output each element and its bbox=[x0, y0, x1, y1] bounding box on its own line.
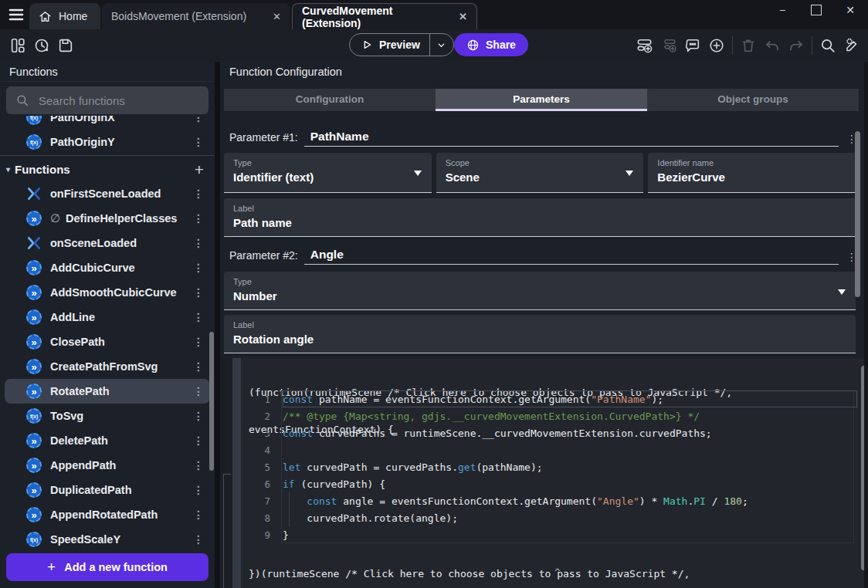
function-item-DefineHelperClasses[interactable]: »∅DefineHelperClasses⋮ bbox=[5, 206, 210, 231]
code-line-content[interactable]: curvedPath.rotate(angle); bbox=[283, 509, 857, 526]
function-item-CreatePathFromSvg[interactable]: »CreatePathFromSvg⋮ bbox=[5, 354, 210, 379]
preview-button[interactable]: Preview bbox=[349, 33, 454, 56]
function-item-menu-button[interactable]: ⋮ bbox=[193, 410, 204, 422]
param2-label-input[interactable]: Label Rotation angle bbox=[224, 315, 856, 353]
add-event-icon[interactable] bbox=[636, 37, 653, 54]
code-footer-line[interactable]: })(runtimeScene /* Click here to choose … bbox=[249, 568, 690, 580]
function-item-menu-button[interactable]: ⋮ bbox=[193, 533, 204, 546]
param2-type-select[interactable]: Type Number bbox=[224, 272, 856, 310]
code-line-content[interactable]: const curvedPaths = runtimeScene.__curve… bbox=[283, 424, 857, 441]
functions-section-header[interactable]: ▾ Functions + bbox=[0, 157, 215, 181]
magic-pencil-icon[interactable] bbox=[843, 37, 860, 54]
function-item-onSceneLoaded[interactable]: onSceneLoaded⋮ bbox=[5, 231, 210, 255]
param1-label-input[interactable]: Label Path name bbox=[224, 198, 856, 237]
event-drag-handle[interactable] bbox=[232, 358, 241, 588]
add-function-plus-icon[interactable]: + bbox=[195, 161, 204, 177]
function-item-menu-button[interactable]: ⋮ bbox=[193, 237, 204, 249]
function-item-menu-button[interactable]: ⋮ bbox=[193, 212, 204, 225]
tab-home[interactable]: Home bbox=[29, 3, 100, 29]
minimize-button[interactable]: − bbox=[777, 5, 788, 15]
code-line-9[interactable]: 9} bbox=[241, 526, 857, 543]
function-item-menu-button[interactable]: ⋮ bbox=[193, 116, 204, 123]
code-line-2[interactable]: 2/** @type {Map<string, gdjs.__curvedMov… bbox=[241, 407, 857, 424]
function-item-PathOriginY[interactable]: f(x)PathOriginY⋮ bbox=[5, 130, 210, 154]
code-line-5[interactable]: 5let curvedPath = curvedPaths.get(pathNa… bbox=[241, 458, 857, 475]
collapse-caret-icon[interactable]: ▾ bbox=[6, 165, 10, 174]
code-line-content[interactable]: /** @type {Map<string, gdjs.__curvedMove… bbox=[283, 407, 857, 424]
collapse-editor-caret[interactable]: ^ bbox=[554, 566, 561, 578]
function-item-SpeedScaleY[interactable]: f(x)SpeedScaleY⋮ bbox=[5, 527, 210, 549]
function-item-ToSvg[interactable]: f(x)ToSvg⋮ bbox=[5, 404, 210, 428]
tab-parameters[interactable]: Parameters bbox=[436, 89, 647, 111]
function-item-AddSmoothCubicCurve[interactable]: »AddSmoothCubicCurve⋮ bbox=[5, 280, 210, 305]
function-item-AppendRotatedPath[interactable]: »AppendRotatedPath⋮ bbox=[5, 502, 210, 527]
function-item-menu-button[interactable]: ⋮ bbox=[193, 385, 204, 397]
code-line-content[interactable]: let curvedPath = curvedPaths.get(pathNam… bbox=[283, 458, 857, 475]
tab-configuration[interactable]: Configuration bbox=[224, 89, 436, 111]
code-line-content[interactable]: const pathName = eventsFunctionContext.g… bbox=[283, 390, 857, 407]
function-item-menu-button[interactable]: ⋮ bbox=[193, 188, 204, 200]
close-tab-icon[interactable]: ✕ bbox=[273, 12, 281, 22]
search-functions-input[interactable] bbox=[37, 93, 199, 108]
close-tab-icon[interactable]: ✕ bbox=[459, 12, 467, 22]
add-comment-icon[interactable] bbox=[684, 37, 701, 54]
code-line-7[interactable]: 7 const angle = eventsFunctionContext.ge… bbox=[241, 492, 857, 509]
redo-icon[interactable] bbox=[788, 37, 805, 54]
function-item-menu-button[interactable]: ⋮ bbox=[193, 286, 204, 299]
function-item-menu-button[interactable]: ⋮ bbox=[193, 136, 204, 148]
code-line-3[interactable]: 3const curvedPaths = runtimeScene.__curv… bbox=[241, 424, 857, 441]
function-item-menu-button[interactable]: ⋮ bbox=[193, 434, 204, 447]
code-editor[interactable]: (function(runtimeScene /* Click here to … bbox=[241, 358, 868, 588]
function-item-menu-button[interactable]: ⋮ bbox=[193, 262, 204, 274]
code-line-content[interactable] bbox=[283, 441, 857, 458]
parameter-1-name-input[interactable]: PathName bbox=[304, 130, 839, 147]
function-item-onFirstSceneLoaded[interactable]: onFirstSceneLoaded⋮ bbox=[5, 181, 210, 206]
function-item-PathOriginX[interactable]: f(x)PathOriginX⋮ bbox=[5, 116, 210, 130]
maximize-button[interactable] bbox=[811, 5, 822, 15]
param1-type-select[interactable]: Type Identifier (text) bbox=[224, 153, 432, 193]
function-item-menu-button[interactable]: ⋮ bbox=[193, 336, 204, 348]
save-icon[interactable] bbox=[57, 37, 74, 54]
main-menu-icon[interactable] bbox=[8, 6, 25, 23]
add-new-function-button[interactable]: + Add a new function bbox=[6, 553, 209, 581]
history-icon[interactable] bbox=[33, 37, 50, 54]
param1-scope-select[interactable]: Scope Scene bbox=[436, 153, 644, 193]
function-item-AddCubicCurve[interactable]: »AddCubicCurve⋮ bbox=[5, 255, 210, 280]
tab-object-groups[interactable]: Object groups bbox=[647, 89, 859, 111]
tab-curvedmovement-active[interactable]: CurvedMovement (Extension) ✕ bbox=[292, 3, 477, 29]
function-item-DeletePath[interactable]: »DeletePath⋮ bbox=[5, 428, 210, 453]
function-item-menu-button[interactable]: ⋮ bbox=[193, 360, 204, 373]
code-line-content[interactable]: } bbox=[283, 526, 857, 543]
function-item-menu-button[interactable]: ⋮ bbox=[193, 311, 204, 323]
function-item-menu-button[interactable]: ⋮ bbox=[193, 509, 204, 521]
tab-boidsmovement[interactable]: BoidsMovement (Extension) ✕ bbox=[102, 3, 290, 29]
code-line-4[interactable]: 4 bbox=[241, 441, 857, 458]
close-window-button[interactable]: ✕ bbox=[845, 5, 856, 15]
parameters-scrollbar[interactable] bbox=[855, 131, 860, 297]
preview-main[interactable]: Preview bbox=[350, 34, 429, 56]
code-line-6[interactable]: 6if (curvedPath) { bbox=[241, 475, 857, 492]
code-line-content[interactable]: const angle = eventsFunctionContext.getA… bbox=[283, 492, 857, 509]
panels-layout-icon[interactable] bbox=[9, 37, 26, 54]
preview-dropdown-button[interactable] bbox=[429, 34, 453, 56]
add-subevent-icon[interactable] bbox=[660, 37, 677, 54]
code-line-1[interactable]: 1const pathName = eventsFunctionContext.… bbox=[241, 390, 857, 407]
search-functions-box[interactable] bbox=[6, 86, 209, 114]
function-item-ClosePath[interactable]: »ClosePath⋮ bbox=[5, 329, 210, 354]
parameter-2-name-input[interactable]: Angle bbox=[304, 248, 839, 265]
share-button[interactable]: Share bbox=[454, 33, 528, 56]
function-item-menu-button[interactable]: ⋮ bbox=[193, 484, 204, 496]
function-item-DuplicatedPath[interactable]: »DuplicatedPath⋮ bbox=[5, 478, 210, 502]
function-item-AddLine[interactable]: »AddLine⋮ bbox=[5, 305, 210, 329]
code-line-content[interactable]: if (curvedPath) { bbox=[283, 475, 857, 492]
search-icon[interactable] bbox=[819, 37, 836, 54]
undo-icon[interactable] bbox=[764, 37, 781, 54]
delete-icon[interactable] bbox=[740, 37, 757, 54]
function-item-menu-button[interactable]: ⋮ bbox=[193, 459, 204, 471]
function-item-RotatePath[interactable]: »RotatePath⋮ bbox=[5, 379, 210, 404]
code-line-8[interactable]: 8 curvedPath.rotate(angle); bbox=[241, 509, 857, 526]
code-lines[interactable]: 1const pathName = eventsFunctionContext.… bbox=[241, 390, 857, 543]
sidebar-scrollbar[interactable] bbox=[209, 332, 214, 471]
param1-identifier-input[interactable]: Identifier name BezierCurve bbox=[648, 153, 856, 193]
function-item-AppendPath[interactable]: »AppendPath⋮ bbox=[5, 453, 210, 478]
